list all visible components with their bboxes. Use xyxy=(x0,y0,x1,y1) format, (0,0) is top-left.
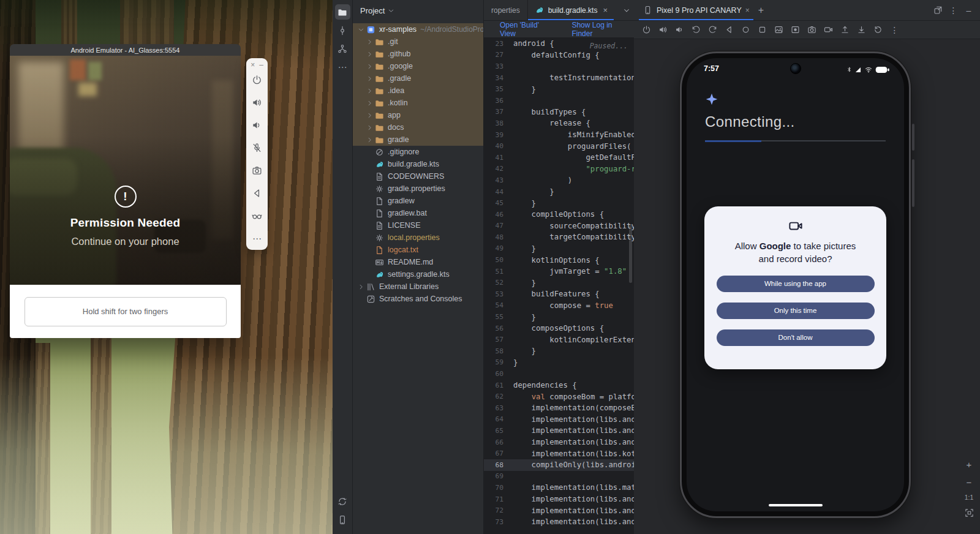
code-line[interactable]: 52 } xyxy=(484,277,634,288)
chevron-right-icon[interactable] xyxy=(365,63,374,70)
code-line[interactable]: 55 } xyxy=(484,311,634,323)
code-line[interactable]: 54 compose = true xyxy=(484,300,634,312)
code-line[interactable]: 40 proguardFiles( xyxy=(484,140,634,152)
code-line[interactable]: 63 implementation(composeBo xyxy=(484,402,634,414)
tree-item-gradle-properties[interactable]: gradle.properties xyxy=(353,182,483,195)
chevron-right-icon[interactable] xyxy=(365,75,374,82)
code-line[interactable]: 56 composeOptions { xyxy=(484,323,634,334)
open-window-icon[interactable] xyxy=(932,4,944,17)
code-line[interactable]: 51 jvmTarget = "1.8" xyxy=(484,266,634,277)
code-line[interactable]: 47 sourceCompatibility xyxy=(484,220,634,232)
power-icon[interactable] xyxy=(249,69,266,91)
tree-item-license[interactable]: LICENSE xyxy=(353,219,483,231)
code-line[interactable]: 42 "proguard-ru xyxy=(484,164,634,175)
device-manager-icon[interactable] xyxy=(335,512,350,527)
new-tab-icon[interactable]: + xyxy=(758,5,764,16)
code-line[interactable]: 36 xyxy=(484,95,634,107)
video-icon[interactable] xyxy=(822,23,835,36)
code-line[interactable]: 48 targetCompatibility xyxy=(484,231,634,243)
code-line[interactable]: 59} xyxy=(484,357,634,369)
tree-item-gradle[interactable]: gradle xyxy=(353,134,483,146)
fit-screen-icon[interactable] xyxy=(963,506,975,519)
tree-item--git[interactable]: .git xyxy=(353,36,483,48)
tree-item-app[interactable]: app xyxy=(353,109,483,121)
code-line[interactable]: 57 kotlinCompilerExtens xyxy=(484,334,634,345)
chevron-right-icon[interactable] xyxy=(356,284,366,290)
tree-item-docs[interactable]: docs xyxy=(353,121,483,134)
editor-scrollbar[interactable] xyxy=(629,225,632,283)
code-line[interactable]: 41 getDefaultPr xyxy=(484,152,634,164)
kebab-icon[interactable]: ⋮ xyxy=(947,4,960,17)
tree-item--gradle[interactable]: .gradle xyxy=(353,72,483,85)
commit-icon[interactable] xyxy=(335,23,350,38)
tree-item-logcat-txt[interactable]: logcat.txt xyxy=(353,244,483,256)
zoom-ratio-label[interactable]: 1:1 xyxy=(965,494,974,501)
dont-allow-button[interactable]: Don't allow xyxy=(717,329,875,346)
back-icon[interactable] xyxy=(723,23,736,36)
chevron-right-icon[interactable] xyxy=(365,39,374,45)
folder-icon[interactable] xyxy=(335,4,350,20)
tree-item--idea[interactable]: .idea xyxy=(353,85,483,97)
code-line[interactable]: 69 xyxy=(484,471,634,483)
code-line[interactable]: 72 implementation(libs.andr xyxy=(484,505,634,516)
code-line[interactable]: 35 } xyxy=(484,83,634,95)
zoom-out-icon[interactable]: − xyxy=(963,476,975,488)
minimize-icon[interactable]: – xyxy=(259,61,263,69)
close-tab-icon[interactable]: × xyxy=(603,6,608,15)
code-line[interactable]: 67 implementation(libs.kotl xyxy=(484,448,634,459)
code-line[interactable]: 50 kotlinOptions { xyxy=(484,254,634,266)
chevron-right-icon[interactable] xyxy=(365,124,374,131)
glasses-icon[interactable] xyxy=(249,205,266,227)
code-line[interactable]: 70 implementation(libs.mate xyxy=(484,482,634,494)
kebab-icon[interactable]: ⋮ xyxy=(888,23,901,36)
code-line[interactable]: 38 release { xyxy=(484,118,634,129)
tree-item-xr-samples[interactable]: xr-samples~/AndroidStudioProj xyxy=(353,23,483,36)
tree-item-external-libraries[interactable]: External Libraries xyxy=(353,280,483,293)
zoom-in-icon[interactable]: + xyxy=(963,458,975,470)
upload-icon[interactable] xyxy=(839,23,851,36)
code-line[interactable]: 62 val composeBom = platfor xyxy=(484,391,634,402)
more-icon[interactable]: ⋯ xyxy=(335,59,350,75)
download-icon[interactable] xyxy=(855,23,868,36)
code-line[interactable]: 34 testInstrumentationR xyxy=(484,72,634,84)
home-indicator[interactable] xyxy=(769,504,823,506)
chevron-right-icon[interactable] xyxy=(365,112,374,119)
code-line[interactable]: 49 } xyxy=(484,243,634,255)
code-line[interactable]: 45 } xyxy=(484,197,634,209)
show-log-in-finder-link[interactable]: Show Log in Finder xyxy=(571,21,634,38)
camera-icon[interactable] xyxy=(805,23,818,36)
minimize-icon[interactable]: – xyxy=(962,4,975,17)
overview-icon[interactable] xyxy=(756,23,769,36)
tab-gradle-properties[interactable]: roperties xyxy=(484,0,528,20)
android-emulator-window[interactable]: Android Emulator - AI_Glasses:5554 ! Per… xyxy=(10,44,241,338)
tree-item-local-properties[interactable]: local.properties xyxy=(353,231,483,244)
code-line[interactable]: 73 implementation(libs.andr xyxy=(484,516,634,528)
while-using-the-app-button[interactable]: While using the app xyxy=(717,276,875,292)
code-line[interactable]: 68 compileOnly(libs.android xyxy=(484,459,634,471)
code-line[interactable]: 66 implementation(libs.andr xyxy=(484,437,634,448)
close-tab-icon[interactable]: × xyxy=(745,6,750,15)
only-this-time-button[interactable]: Only this time xyxy=(717,303,875,319)
chevron-down-icon[interactable] xyxy=(356,26,366,33)
tree-item--github[interactable]: .github xyxy=(353,48,483,60)
code-line[interactable]: 33 xyxy=(484,61,634,72)
code-line[interactable]: 37 buildTypes { xyxy=(484,107,634,118)
structure-icon[interactable] xyxy=(335,41,350,56)
tree-item-build-gradle-kts[interactable]: build.gradle.kts xyxy=(353,158,483,170)
power-icon[interactable] xyxy=(640,23,653,36)
code-line[interactable]: 53 buildFeatures { xyxy=(484,288,634,300)
tree-item--google[interactable]: .google xyxy=(353,60,483,72)
restore-icon[interactable] xyxy=(872,23,884,36)
phone-screen[interactable]: 7:57 Connecting... Allow Google to take … xyxy=(687,58,904,511)
code-line[interactable]: 60 xyxy=(484,368,634,380)
screenshot-icon[interactable] xyxy=(772,23,785,36)
tab-build-gradle-kts[interactable]: build.gradle.kts × xyxy=(528,0,614,20)
code-line[interactable]: 61dependencies { xyxy=(484,380,634,391)
volume-up-icon[interactable] xyxy=(657,23,669,36)
rotate-left-icon[interactable] xyxy=(690,23,703,36)
volume-down-icon[interactable] xyxy=(249,114,266,137)
tree-item-gradlew[interactable]: gradlew xyxy=(353,195,483,207)
chevron-right-icon[interactable] xyxy=(365,51,374,58)
project-panel-header[interactable]: Project xyxy=(353,0,483,21)
rotate-right-icon[interactable] xyxy=(706,23,719,36)
